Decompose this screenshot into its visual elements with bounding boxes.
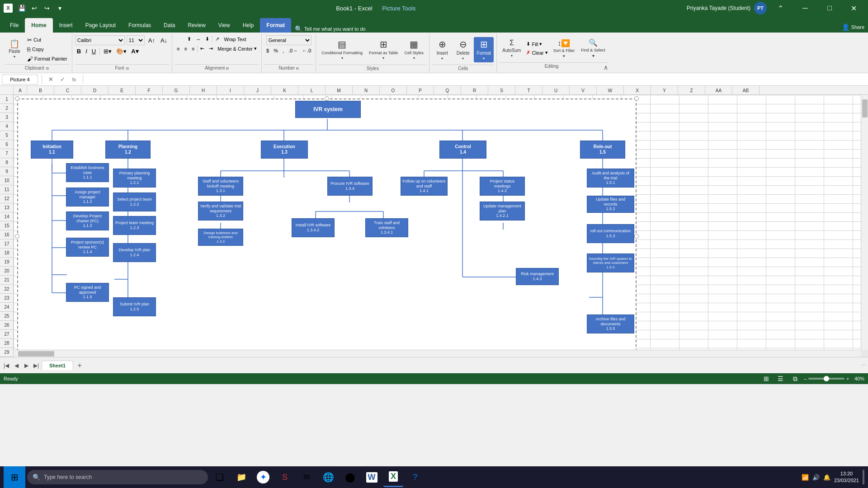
col-header-Z[interactable]: Z <box>678 86 705 95</box>
handle-nw[interactable] <box>15 96 19 101</box>
tab-help[interactable]: Help <box>236 18 260 33</box>
wbs-node-root[interactable]: IVR system <box>295 101 361 118</box>
col-header-M[interactable]: M <box>326 86 353 95</box>
cancel-formula-btn[interactable]: ✕ <box>46 75 56 84</box>
zoom-slider[interactable] <box>808 378 844 380</box>
wbs-node-1-1-4[interactable]: Project sponsor(s) review PC1.1.4 <box>66 238 109 257</box>
format-painter-button[interactable]: 🖌 Format Painter <box>25 55 69 63</box>
row-12[interactable]: 12 <box>0 194 14 203</box>
find-select-btn[interactable]: 🔍 Find & Select▾ <box>578 37 608 60</box>
col-header-S[interactable]: S <box>488 86 515 95</box>
tab-format[interactable]: Format <box>260 18 291 33</box>
font-color-button[interactable]: A▾ <box>129 47 140 56</box>
sheet-first-btn[interactable]: |◀ <box>2 361 11 370</box>
row-19[interactable]: 19 <box>0 258 14 267</box>
col-header-E[interactable]: E <box>108 86 136 95</box>
collapse-ribbon-btn[interactable]: ∧ <box>604 64 608 71</box>
accounting-format-btn[interactable]: $ <box>264 47 271 54</box>
col-header-D[interactable]: D <box>81 86 108 95</box>
wbs-node-1-4-2[interactable]: Project status meetings1.4.2 <box>480 177 525 196</box>
wbs-node-1-1-5[interactable]: PC signed and approved1.1.5 <box>66 283 109 302</box>
row-2[interactable]: 2 <box>0 104 14 113</box>
horizontal-scrollbar[interactable] <box>14 350 861 357</box>
row-9[interactable]: 9 <box>0 167 14 176</box>
sheet-next-btn[interactable]: ▶ <box>22 361 31 370</box>
increase-font-btn[interactable]: A↑ <box>146 36 157 45</box>
row-22[interactable]: 22 <box>0 285 14 294</box>
taskbar-search[interactable]: 🔍 Type here to search <box>27 470 208 484</box>
align-middle-btn[interactable]: ↔ <box>194 35 203 43</box>
increase-decimal-btn[interactable]: .0→ <box>287 47 299 54</box>
col-header-A[interactable]: A <box>14 86 27 95</box>
row-29[interactable]: 29 <box>0 348 14 357</box>
comma-btn[interactable]: , <box>281 47 286 54</box>
col-header-V[interactable]: V <box>570 86 597 95</box>
taskbar-help[interactable]: ? <box>405 467 425 487</box>
formula-input[interactable] <box>87 75 866 84</box>
add-sheet-btn[interactable]: + <box>74 360 85 371</box>
ribbon-display-btn[interactable]: ⌃ <box>770 0 791 16</box>
wbs-node-1-5-3[interactable]: roll out communication1.5.3 <box>587 224 634 243</box>
format-btn[interactable]: ⊞ Format ▾ <box>474 37 494 62</box>
share-btn[interactable]: 👤 Share <box>842 23 864 33</box>
col-header-N[interactable]: N <box>353 86 380 95</box>
col-header-H[interactable]: H <box>190 86 217 95</box>
insert-function-btn[interactable]: fx <box>69 75 79 84</box>
col-header-G[interactable]: G <box>163 86 190 95</box>
taskbar-excel[interactable]: X <box>383 467 403 487</box>
decrease-indent-btn[interactable]: ⇤ <box>198 45 206 52</box>
grid-area[interactable]: IVR system Initiation1.1 Planning1.2 Exe… <box>14 95 861 350</box>
taskbar-edge[interactable]: 🌐 <box>318 467 338 487</box>
sheet-last-btn[interactable]: ▶| <box>32 361 41 370</box>
cut-button[interactable]: ✂ Cut <box>25 36 69 44</box>
taskbar-file-explorer[interactable]: 📁 <box>231 467 251 487</box>
handle-n[interactable] <box>325 96 329 101</box>
row-15[interactable]: 15 <box>0 221 14 230</box>
v-scrollbar-thumb[interactable] <box>862 99 868 117</box>
page-layout-view-btn[interactable]: ☰ <box>775 374 786 383</box>
row-24[interactable]: 24 <box>0 303 14 312</box>
wbs-node-1-1[interactable]: Initiation1.1 <box>31 141 73 159</box>
row-23[interactable]: 23 <box>0 294 14 303</box>
col-header-C[interactable]: C <box>54 86 81 95</box>
wbs-node-1-5-4[interactable]: Incentity the IVR system to clients and … <box>587 253 634 272</box>
align-top-btn[interactable]: ⬆ <box>185 35 193 43</box>
tab-data[interactable]: Data <box>157 18 181 33</box>
wbs-node-1-4-1[interactable]: Follow up on volunteers and staff1.4.1 <box>401 177 448 196</box>
col-header-Q[interactable]: Q <box>434 86 461 95</box>
taskbar-word[interactable]: W <box>362 467 382 487</box>
row-26[interactable]: 26 <box>0 321 14 330</box>
tab-review[interactable]: Review <box>181 18 212 33</box>
taskbar-mail[interactable]: ✉ <box>297 467 316 487</box>
confirm-formula-btn[interactable]: ✓ <box>57 75 67 84</box>
row-3[interactable]: 3 <box>0 113 14 122</box>
col-header-K[interactable]: K <box>271 86 298 95</box>
font-name-select[interactable]: Calibri <box>75 35 125 45</box>
show-desktop-btn[interactable] <box>863 470 864 484</box>
fill-color-button[interactable]: 🎨▾ <box>114 47 128 56</box>
taskbar-task-view[interactable]: ❑ <box>210 467 230 487</box>
wbs-node-1-1-3[interactable]: Develop Project charter (PC)1.1.3 <box>66 211 109 230</box>
h-scrollbar-thumb[interactable] <box>18 351 54 357</box>
taskbar-dropbox[interactable]: ✦ <box>253 467 273 487</box>
align-right-btn[interactable]: ≡ <box>190 45 196 52</box>
col-header-T[interactable]: T <box>515 86 542 95</box>
row-13[interactable]: 13 <box>0 203 14 212</box>
align-center-btn[interactable]: ≡ <box>183 45 189 52</box>
insert-btn[interactable]: ⊕ Insert ▾ <box>432 37 452 62</box>
col-header-R[interactable]: R <box>461 86 488 95</box>
cell-styles-btn[interactable]: ▦ Cell Styles ▾ <box>401 37 426 62</box>
wbs-node-1-5-5[interactable]: Archive files and documents1.5.5 <box>587 314 634 333</box>
wbs-node-1-1-2[interactable]: Assign project manager1.1.2 <box>66 188 109 206</box>
italic-button[interactable]: I <box>84 47 89 56</box>
vertical-scrollbar[interactable] <box>861 95 868 350</box>
row-1[interactable]: 1 <box>0 95 14 104</box>
orientation-btn[interactable]: ↗ <box>213 35 221 43</box>
tab-page-layout[interactable]: Page Layout <box>79 18 122 33</box>
wbs-node-1-4[interactable]: Control1.4 <box>439 141 486 159</box>
number-format-select[interactable]: General <box>266 35 311 45</box>
font-size-select[interactable]: 11 <box>127 35 145 45</box>
handle-e[interactable] <box>634 234 639 239</box>
sheet-tab-sheet1[interactable]: Sheet1 <box>42 361 73 370</box>
wbs-node-1-1-1[interactable]: Establish business case1.1.1 <box>66 163 109 182</box>
